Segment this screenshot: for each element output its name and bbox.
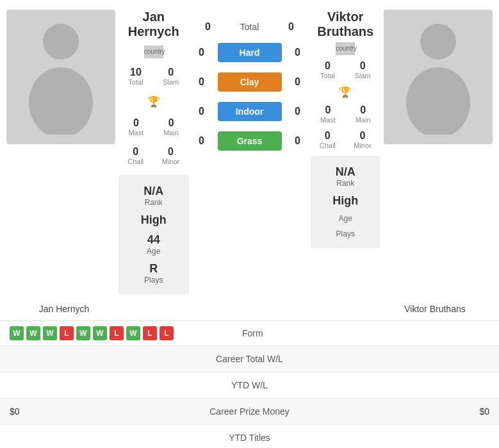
svg-point-2 bbox=[420, 24, 456, 60]
player2-photo bbox=[384, 10, 493, 144]
career-prize-label: Career Prize Money bbox=[170, 406, 330, 417]
form-badge-w: W bbox=[76, 326, 90, 340]
player1-total-value: 10 bbox=[128, 67, 143, 78]
ytd-titles-row: YTD Titles bbox=[0, 425, 499, 448]
indoor-badge: Indoor bbox=[218, 102, 282, 121]
player1-rank-label: Rank bbox=[128, 198, 179, 207]
form-label: Form bbox=[174, 328, 332, 338]
player2-total-value: 0 bbox=[320, 60, 335, 72]
player2-chall-value: 0 bbox=[320, 130, 336, 142]
total-label: Total bbox=[224, 22, 275, 32]
player1-chall-label: Chall bbox=[127, 158, 143, 165]
player2-age-label: Age bbox=[320, 214, 372, 223]
player2-info: Viktor Bruthans country 0 Total 0 Slam 🏆 bbox=[311, 10, 381, 294]
player1-silhouette bbox=[22, 19, 99, 135]
clay-badge: Clay bbox=[218, 72, 282, 92]
middle-courts: 0 Total 0 0 Hard 0 0 Clay 0 bbox=[192, 10, 307, 294]
player2-rank-value: N/A bbox=[320, 165, 372, 179]
grass-row: 0 Grass 0 bbox=[192, 131, 307, 151]
player1-main-value: 0 bbox=[163, 117, 179, 129]
player1-high-value: High bbox=[128, 213, 179, 227]
grass-left-score: 0 bbox=[192, 135, 211, 147]
player2-stats-grid: N/A Rank High Age Plays bbox=[311, 156, 381, 248]
form-badge-w: W bbox=[26, 326, 40, 340]
indoor-row: 0 Indoor 0 bbox=[192, 102, 307, 121]
indoor-right-score: 0 bbox=[288, 106, 307, 117]
player-names-row: Jan Hernych Viktor Bruthans bbox=[0, 304, 499, 320]
grass-right-score: 0 bbox=[288, 135, 307, 147]
player2-name: Viktor Bruthans bbox=[311, 10, 381, 39]
total-right-score: 0 bbox=[282, 21, 301, 33]
player1-mast-label: Mast bbox=[128, 129, 143, 137]
form-badge-w: W bbox=[93, 326, 107, 340]
player1-main-label: Main bbox=[163, 129, 179, 137]
form-badge-l: L bbox=[160, 326, 174, 340]
indoor-left-score: 0 bbox=[192, 106, 211, 117]
hard-row: 0 Hard 0 bbox=[192, 43, 307, 62]
player2-name-below: Viktor Bruthans bbox=[380, 304, 489, 314]
career-wl-row: Career Total W/L bbox=[0, 346, 499, 372]
svg-point-1 bbox=[29, 67, 93, 135]
player2-silhouette bbox=[400, 19, 477, 135]
player2-trophy-icon: 🏆 bbox=[339, 87, 352, 97]
player1-total-label: Total bbox=[128, 78, 143, 86]
career-wl-label: Career Total W/L bbox=[170, 354, 330, 364]
player1-trophy-icon: 🏆 bbox=[147, 96, 160, 107]
ytd-wl-row: YTD W/L bbox=[0, 372, 499, 399]
hard-left-score: 0 bbox=[192, 47, 211, 58]
form-badge-l: L bbox=[143, 326, 157, 340]
ytd-wl-label: YTD W/L bbox=[170, 380, 330, 390]
players-section: Jan Hernych country 10 Total 0 Slam 🏆 bbox=[0, 0, 499, 304]
player1-age-value: 44 bbox=[128, 233, 179, 247]
ytd-titles-label: YTD Titles bbox=[170, 433, 330, 443]
player1-minor-value: 0 bbox=[162, 146, 180, 158]
player2-main-label: Main bbox=[356, 116, 371, 124]
player2-mast-label: Mast bbox=[320, 116, 336, 124]
player2-prize: $0 bbox=[329, 406, 489, 417]
player1-minor-label: Minor bbox=[162, 158, 180, 165]
player1-slam-value: 0 bbox=[163, 67, 179, 78]
hard-right-score: 0 bbox=[288, 47, 307, 58]
career-prize-row: $0 Career Prize Money $0 bbox=[0, 399, 499, 425]
svg-point-0 bbox=[43, 24, 79, 60]
form-row: WWWLWWLWLL Form bbox=[0, 321, 499, 346]
player1-plays-label: Plays bbox=[128, 276, 179, 285]
player1-age-label: Age bbox=[128, 247, 179, 256]
player2-high-value: High bbox=[320, 194, 372, 208]
form-badge-w: W bbox=[10, 326, 24, 340]
player1-plays-value: R bbox=[128, 262, 179, 276]
svg-point-3 bbox=[406, 67, 470, 135]
player2-minor-label: Minor bbox=[354, 142, 372, 149]
player2-slam-label: Slam bbox=[355, 72, 371, 79]
form-badge-l: L bbox=[60, 326, 74, 340]
player2-rank-label: Rank bbox=[320, 179, 372, 188]
player2-mast-value: 0 bbox=[320, 104, 336, 116]
player1-name-below: Jan Hernych bbox=[10, 304, 119, 314]
bottom-section: WWWLWWLWLL Form Career Total W/L YTD W/L… bbox=[0, 320, 499, 448]
total-row: 0 Total 0 bbox=[199, 21, 301, 33]
player2-total-label: Total bbox=[320, 72, 335, 79]
player1-country: country bbox=[144, 46, 163, 58]
player1-info: Jan Hernych country 10 Total 0 Slam 🏆 bbox=[119, 10, 189, 294]
player2-slam-value: 0 bbox=[355, 60, 371, 72]
clay-right-score: 0 bbox=[288, 76, 307, 88]
form-badge-w: W bbox=[126, 326, 140, 340]
player1-stats-grid: N/A Rank High 44 Age R Plays bbox=[119, 175, 189, 294]
main-container: Jan Hernych country 10 Total 0 Slam 🏆 bbox=[0, 0, 499, 448]
form-badge-l: L bbox=[110, 326, 124, 340]
player2-main-value: 0 bbox=[356, 104, 371, 116]
player2-minor-value: 0 bbox=[354, 130, 372, 142]
player1-name: Jan Hernych bbox=[119, 10, 189, 39]
player1-mast-value: 0 bbox=[128, 117, 143, 129]
player2-country: country bbox=[336, 42, 355, 55]
player2-chall-label: Chall bbox=[320, 142, 336, 149]
player1-chall-value: 0 bbox=[127, 146, 143, 158]
form-badges-container: WWWLWWLWLL bbox=[10, 326, 174, 340]
player1-slam-label: Slam bbox=[163, 78, 179, 86]
hard-badge: Hard bbox=[218, 43, 282, 62]
form-badge-w: W bbox=[43, 326, 57, 340]
grass-badge: Grass bbox=[218, 131, 282, 151]
player1-rank-value: N/A bbox=[128, 185, 179, 198]
player1-prize: $0 bbox=[10, 406, 170, 417]
player2-plays-label: Plays bbox=[320, 229, 372, 238]
